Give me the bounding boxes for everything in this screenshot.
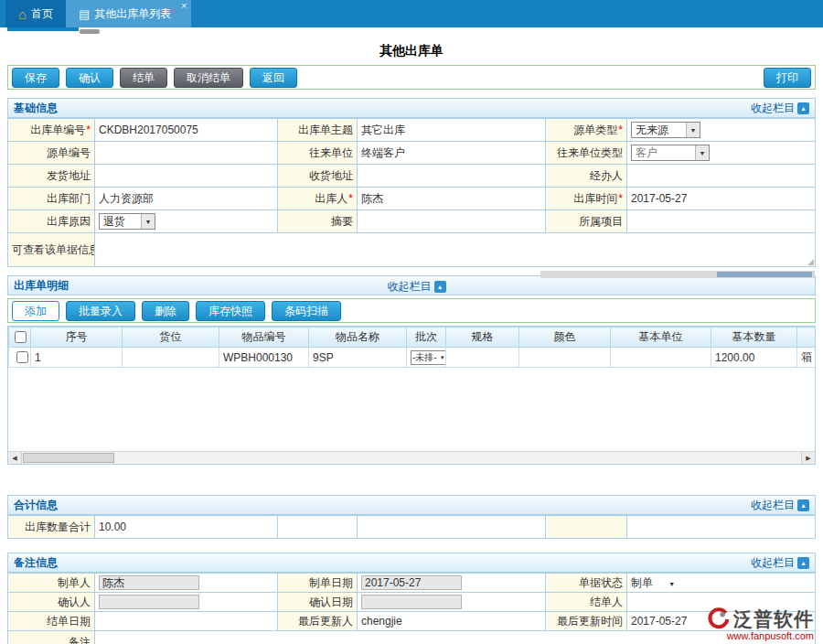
confirm-date-input[interactable] xyxy=(361,595,462,609)
required-mark: * xyxy=(348,192,353,205)
remark-collapse-link[interactable]: 收起栏目 ▴ xyxy=(751,555,809,571)
resize-grip-icon[interactable]: ◢ xyxy=(807,258,814,266)
field-summary[interactable] xyxy=(358,210,546,233)
total-empty-cell xyxy=(278,516,358,539)
vendor-logo-icon xyxy=(706,607,730,631)
cell-base-unit[interactable] xyxy=(611,348,711,368)
cell-location[interactable] xyxy=(123,348,219,368)
settle-button[interactable]: 结单 xyxy=(120,68,167,88)
col-spec: 规格 xyxy=(446,327,519,348)
field-order-no[interactable]: CKDBH2017050075 xyxy=(95,119,278,142)
required-mark: * xyxy=(86,123,91,136)
label-outbound-person: 出库人* xyxy=(278,188,358,210)
confirmer-input[interactable] xyxy=(99,595,199,609)
collapse-icon: ▴ xyxy=(797,557,809,569)
cell-item-no[interactable]: WPBH000130 xyxy=(219,348,309,368)
col-batch: 批次 xyxy=(407,327,446,348)
tab-outbound-list[interactable]: ▤ 其他出库单列表 × xyxy=(66,0,191,27)
label-project: 所属项目 xyxy=(546,210,627,233)
confirm-button[interactable]: 确认 xyxy=(66,68,113,88)
back-button[interactable]: 返回 xyxy=(250,68,297,88)
basic-collapse-link[interactable]: 收起栏目 ▴ xyxy=(751,101,809,116)
row-checkbox[interactable] xyxy=(16,351,28,363)
field-create-date: 2017-05-27 xyxy=(358,574,546,593)
barcode-scan-button[interactable]: 条码扫描 xyxy=(272,301,341,321)
field-outbound-person[interactable]: 陈杰 xyxy=(358,188,546,210)
create-date-input[interactable]: 2017-05-27 xyxy=(361,575,462,590)
label-last-update-time: 最后更新时间 xyxy=(546,612,627,631)
label-receive-address: 收货地址 xyxy=(278,165,358,188)
total-empty-label xyxy=(546,516,627,539)
chevron-down-icon[interactable]: ▼ xyxy=(668,581,675,587)
detail-top-scrollbar xyxy=(540,271,815,278)
chevron-down-icon: ▼ xyxy=(695,145,709,160)
outbound-reason-select[interactable]: 退货 ▼ xyxy=(99,213,155,230)
partner-type-select[interactable]: 客户 ▼ xyxy=(631,145,710,161)
remark-collapse-label: 收起栏目 xyxy=(751,555,795,571)
header-select-all xyxy=(9,327,31,348)
save-button[interactable]: 保存 xyxy=(12,68,59,88)
col-seq: 序号 xyxy=(31,327,123,348)
cell-spec[interactable] xyxy=(446,348,519,368)
field-outbound-time[interactable]: 2017-05-27 xyxy=(627,188,816,210)
field-viewers[interactable]: ◢ xyxy=(95,233,816,267)
select-all-checkbox[interactable] xyxy=(15,331,27,343)
label-source-no: 源单编号 xyxy=(8,142,95,165)
add-row-button[interactable]: 添加 xyxy=(12,301,59,321)
field-order-subject[interactable]: 其它出库 xyxy=(358,119,546,142)
cell-unit: 箱 xyxy=(797,348,817,368)
col-color: 颜色 xyxy=(519,327,611,348)
field-confirmer xyxy=(95,593,278,612)
document-icon: ▤ xyxy=(79,8,90,20)
cell-color[interactable] xyxy=(519,348,611,368)
total-collapse-link[interactable]: 收起栏目 ▴ xyxy=(751,498,809,513)
scrollbar-thumb[interactable] xyxy=(23,453,114,463)
cancel-settle-button[interactable]: 取消结单 xyxy=(174,68,243,88)
field-agent[interactable] xyxy=(627,165,816,188)
doc-status-value[interactable]: 制单 xyxy=(631,576,653,589)
total-empty-cell xyxy=(358,516,546,539)
cell-item-name[interactable]: 9SP xyxy=(309,348,407,368)
cell-batch: -未排- ▼ xyxy=(407,348,446,368)
detail-top-scrollbar-thumb[interactable] xyxy=(717,272,812,277)
field-source-type: 无来源 ▼ xyxy=(627,119,816,142)
detail-horizontal-scrollbar: ◀ ▶ xyxy=(8,451,815,464)
field-receive-address[interactable] xyxy=(358,165,546,188)
row-select-cell xyxy=(9,348,31,368)
delete-row-button[interactable]: 删除 xyxy=(142,301,189,321)
label-ship-address: 发货地址 xyxy=(8,165,95,188)
table-row: 1 WPBH000130 9SP -未排- ▼ 1200.00 箱 xyxy=(9,348,817,368)
chevron-down-icon: ▼ xyxy=(686,123,700,137)
col-location: 货位 xyxy=(123,327,219,348)
label-order-no: 出库单编号* xyxy=(8,119,95,142)
field-project[interactable] xyxy=(627,210,816,233)
close-tab-icon[interactable]: × xyxy=(181,1,187,11)
field-last-updater: chengjie xyxy=(358,612,546,631)
label-order-subject: 出库单主题 xyxy=(278,119,358,142)
detail-collapse-link[interactable]: 收起栏目 ▴ xyxy=(388,276,446,296)
vendor-url[interactable]: www.fanpusoft.com xyxy=(706,630,814,641)
source-type-select[interactable]: 无来源 ▼ xyxy=(631,122,700,138)
cell-base-qty[interactable]: 1200.00 xyxy=(711,348,797,368)
batch-select[interactable]: -未排- ▼ xyxy=(411,350,446,365)
detail-header: 出库单明细 收起栏目 ▴ xyxy=(7,275,816,295)
creator-input[interactable]: 陈杰 xyxy=(99,575,199,590)
field-partner[interactable]: 终端客户 xyxy=(358,142,546,165)
scroll-right-icon[interactable]: ▶ xyxy=(801,452,815,464)
batch-entry-button[interactable]: 批量录入 xyxy=(66,301,135,321)
detail-toolbar: 添加 批量录入 删除 库存快照 条码扫描 xyxy=(7,298,816,323)
home-icon: ⌂ xyxy=(18,7,27,21)
print-button[interactable]: 打印 xyxy=(764,68,811,88)
basic-info-title: 基础信息 xyxy=(14,101,58,116)
stock-snapshot-button[interactable]: 库存快照 xyxy=(196,301,265,321)
tab-indicator xyxy=(7,27,79,31)
scroll-left-icon[interactable]: ◀ xyxy=(8,452,22,464)
top-scrollbar-thumb[interactable] xyxy=(80,29,100,34)
field-creator: 陈杰 xyxy=(95,574,278,593)
tab-home[interactable]: ⌂ 首页 xyxy=(5,0,66,27)
field-ship-address[interactable] xyxy=(95,165,278,188)
required-mark: * xyxy=(618,192,623,205)
basic-collapse-label: 收起栏目 xyxy=(751,101,795,116)
field-outbound-dept[interactable]: 人力资源部 xyxy=(95,188,278,210)
field-source-no[interactable] xyxy=(95,142,278,165)
